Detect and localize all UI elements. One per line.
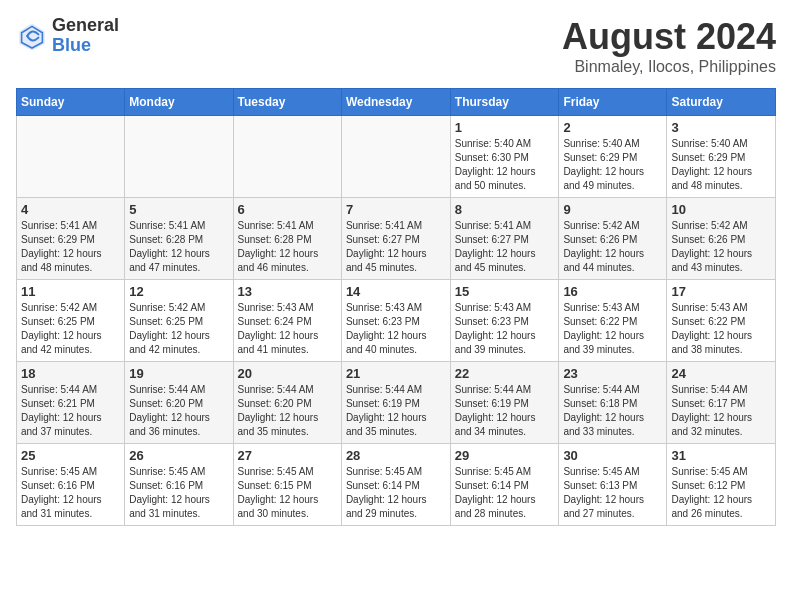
calendar-day-cell: 10Sunrise: 5:42 AMSunset: 6:26 PMDayligh… bbox=[667, 198, 776, 280]
day-number: 8 bbox=[455, 202, 555, 217]
day-info: Sunrise: 5:41 AMSunset: 6:28 PMDaylight:… bbox=[238, 219, 337, 275]
day-info: Sunrise: 5:45 AMSunset: 6:13 PMDaylight:… bbox=[563, 465, 662, 521]
calendar-day-cell: 16Sunrise: 5:43 AMSunset: 6:22 PMDayligh… bbox=[559, 280, 667, 362]
day-number: 11 bbox=[21, 284, 120, 299]
calendar-day-cell bbox=[341, 116, 450, 198]
calendar-day-cell: 26Sunrise: 5:45 AMSunset: 6:16 PMDayligh… bbox=[125, 444, 233, 526]
title-block: August 2024 Binmaley, Ilocos, Philippine… bbox=[562, 16, 776, 76]
day-number: 10 bbox=[671, 202, 771, 217]
weekday-header: Thursday bbox=[450, 89, 559, 116]
day-info: Sunrise: 5:42 AMSunset: 6:26 PMDaylight:… bbox=[671, 219, 771, 275]
day-number: 28 bbox=[346, 448, 446, 463]
day-number: 31 bbox=[671, 448, 771, 463]
calendar-day-cell: 9Sunrise: 5:42 AMSunset: 6:26 PMDaylight… bbox=[559, 198, 667, 280]
day-info: Sunrise: 5:42 AMSunset: 6:26 PMDaylight:… bbox=[563, 219, 662, 275]
day-number: 5 bbox=[129, 202, 228, 217]
day-number: 17 bbox=[671, 284, 771, 299]
day-number: 2 bbox=[563, 120, 662, 135]
day-number: 18 bbox=[21, 366, 120, 381]
calendar-day-cell: 30Sunrise: 5:45 AMSunset: 6:13 PMDayligh… bbox=[559, 444, 667, 526]
calendar-day-cell: 28Sunrise: 5:45 AMSunset: 6:14 PMDayligh… bbox=[341, 444, 450, 526]
day-number: 12 bbox=[129, 284, 228, 299]
day-number: 29 bbox=[455, 448, 555, 463]
calendar-day-cell: 29Sunrise: 5:45 AMSunset: 6:14 PMDayligh… bbox=[450, 444, 559, 526]
calendar-day-cell: 13Sunrise: 5:43 AMSunset: 6:24 PMDayligh… bbox=[233, 280, 341, 362]
calendar-day-cell: 8Sunrise: 5:41 AMSunset: 6:27 PMDaylight… bbox=[450, 198, 559, 280]
day-number: 16 bbox=[563, 284, 662, 299]
weekday-header: Saturday bbox=[667, 89, 776, 116]
day-number: 26 bbox=[129, 448, 228, 463]
day-info: Sunrise: 5:42 AMSunset: 6:25 PMDaylight:… bbox=[21, 301, 120, 357]
day-info: Sunrise: 5:40 AMSunset: 6:29 PMDaylight:… bbox=[563, 137, 662, 193]
day-number: 3 bbox=[671, 120, 771, 135]
logo-text: General Blue bbox=[52, 16, 119, 56]
location: Binmaley, Ilocos, Philippines bbox=[562, 58, 776, 76]
day-number: 14 bbox=[346, 284, 446, 299]
calendar-day-cell: 7Sunrise: 5:41 AMSunset: 6:27 PMDaylight… bbox=[341, 198, 450, 280]
calendar-day-cell: 25Sunrise: 5:45 AMSunset: 6:16 PMDayligh… bbox=[17, 444, 125, 526]
calendar-day-cell bbox=[125, 116, 233, 198]
day-info: Sunrise: 5:45 AMSunset: 6:16 PMDaylight:… bbox=[129, 465, 228, 521]
day-info: Sunrise: 5:40 AMSunset: 6:30 PMDaylight:… bbox=[455, 137, 555, 193]
day-number: 22 bbox=[455, 366, 555, 381]
calendar-week-row: 25Sunrise: 5:45 AMSunset: 6:16 PMDayligh… bbox=[17, 444, 776, 526]
day-number: 15 bbox=[455, 284, 555, 299]
day-info: Sunrise: 5:41 AMSunset: 6:29 PMDaylight:… bbox=[21, 219, 120, 275]
day-info: Sunrise: 5:43 AMSunset: 6:22 PMDaylight:… bbox=[563, 301, 662, 357]
weekday-header: Tuesday bbox=[233, 89, 341, 116]
day-number: 4 bbox=[21, 202, 120, 217]
logo-line2: Blue bbox=[52, 36, 119, 56]
logo-line1: General bbox=[52, 16, 119, 36]
calendar-week-row: 4Sunrise: 5:41 AMSunset: 6:29 PMDaylight… bbox=[17, 198, 776, 280]
day-info: Sunrise: 5:44 AMSunset: 6:17 PMDaylight:… bbox=[671, 383, 771, 439]
calendar-day-cell: 12Sunrise: 5:42 AMSunset: 6:25 PMDayligh… bbox=[125, 280, 233, 362]
calendar-day-cell: 31Sunrise: 5:45 AMSunset: 6:12 PMDayligh… bbox=[667, 444, 776, 526]
calendar-header-row: SundayMondayTuesdayWednesdayThursdayFrid… bbox=[17, 89, 776, 116]
day-info: Sunrise: 5:43 AMSunset: 6:23 PMDaylight:… bbox=[346, 301, 446, 357]
day-info: Sunrise: 5:42 AMSunset: 6:25 PMDaylight:… bbox=[129, 301, 228, 357]
day-number: 30 bbox=[563, 448, 662, 463]
calendar-day-cell: 23Sunrise: 5:44 AMSunset: 6:18 PMDayligh… bbox=[559, 362, 667, 444]
day-info: Sunrise: 5:43 AMSunset: 6:24 PMDaylight:… bbox=[238, 301, 337, 357]
day-number: 9 bbox=[563, 202, 662, 217]
day-number: 1 bbox=[455, 120, 555, 135]
calendar-day-cell: 18Sunrise: 5:44 AMSunset: 6:21 PMDayligh… bbox=[17, 362, 125, 444]
day-number: 20 bbox=[238, 366, 337, 381]
calendar-day-cell: 5Sunrise: 5:41 AMSunset: 6:28 PMDaylight… bbox=[125, 198, 233, 280]
day-number: 21 bbox=[346, 366, 446, 381]
logo-icon bbox=[16, 20, 48, 52]
calendar-week-row: 11Sunrise: 5:42 AMSunset: 6:25 PMDayligh… bbox=[17, 280, 776, 362]
day-number: 27 bbox=[238, 448, 337, 463]
calendar-day-cell: 11Sunrise: 5:42 AMSunset: 6:25 PMDayligh… bbox=[17, 280, 125, 362]
calendar-day-cell: 24Sunrise: 5:44 AMSunset: 6:17 PMDayligh… bbox=[667, 362, 776, 444]
day-info: Sunrise: 5:44 AMSunset: 6:19 PMDaylight:… bbox=[455, 383, 555, 439]
weekday-header: Sunday bbox=[17, 89, 125, 116]
day-number: 19 bbox=[129, 366, 228, 381]
calendar-day-cell: 6Sunrise: 5:41 AMSunset: 6:28 PMDaylight… bbox=[233, 198, 341, 280]
day-number: 25 bbox=[21, 448, 120, 463]
day-info: Sunrise: 5:43 AMSunset: 6:22 PMDaylight:… bbox=[671, 301, 771, 357]
calendar-day-cell: 15Sunrise: 5:43 AMSunset: 6:23 PMDayligh… bbox=[450, 280, 559, 362]
month-year: August 2024 bbox=[562, 16, 776, 58]
calendar-day-cell: 1Sunrise: 5:40 AMSunset: 6:30 PMDaylight… bbox=[450, 116, 559, 198]
calendar-day-cell bbox=[17, 116, 125, 198]
calendar-day-cell: 3Sunrise: 5:40 AMSunset: 6:29 PMDaylight… bbox=[667, 116, 776, 198]
calendar-day-cell: 2Sunrise: 5:40 AMSunset: 6:29 PMDaylight… bbox=[559, 116, 667, 198]
calendar-day-cell: 14Sunrise: 5:43 AMSunset: 6:23 PMDayligh… bbox=[341, 280, 450, 362]
day-info: Sunrise: 5:43 AMSunset: 6:23 PMDaylight:… bbox=[455, 301, 555, 357]
day-number: 13 bbox=[238, 284, 337, 299]
calendar-day-cell: 4Sunrise: 5:41 AMSunset: 6:29 PMDaylight… bbox=[17, 198, 125, 280]
calendar-day-cell: 20Sunrise: 5:44 AMSunset: 6:20 PMDayligh… bbox=[233, 362, 341, 444]
calendar-day-cell bbox=[233, 116, 341, 198]
calendar-week-row: 1Sunrise: 5:40 AMSunset: 6:30 PMDaylight… bbox=[17, 116, 776, 198]
weekday-header: Monday bbox=[125, 89, 233, 116]
day-info: Sunrise: 5:45 AMSunset: 6:14 PMDaylight:… bbox=[455, 465, 555, 521]
day-info: Sunrise: 5:45 AMSunset: 6:15 PMDaylight:… bbox=[238, 465, 337, 521]
calendar-day-cell: 22Sunrise: 5:44 AMSunset: 6:19 PMDayligh… bbox=[450, 362, 559, 444]
day-info: Sunrise: 5:40 AMSunset: 6:29 PMDaylight:… bbox=[671, 137, 771, 193]
day-number: 23 bbox=[563, 366, 662, 381]
page-header: General Blue August 2024 Binmaley, Iloco… bbox=[16, 16, 776, 76]
calendar-day-cell: 27Sunrise: 5:45 AMSunset: 6:15 PMDayligh… bbox=[233, 444, 341, 526]
day-info: Sunrise: 5:41 AMSunset: 6:27 PMDaylight:… bbox=[346, 219, 446, 275]
day-info: Sunrise: 5:41 AMSunset: 6:28 PMDaylight:… bbox=[129, 219, 228, 275]
